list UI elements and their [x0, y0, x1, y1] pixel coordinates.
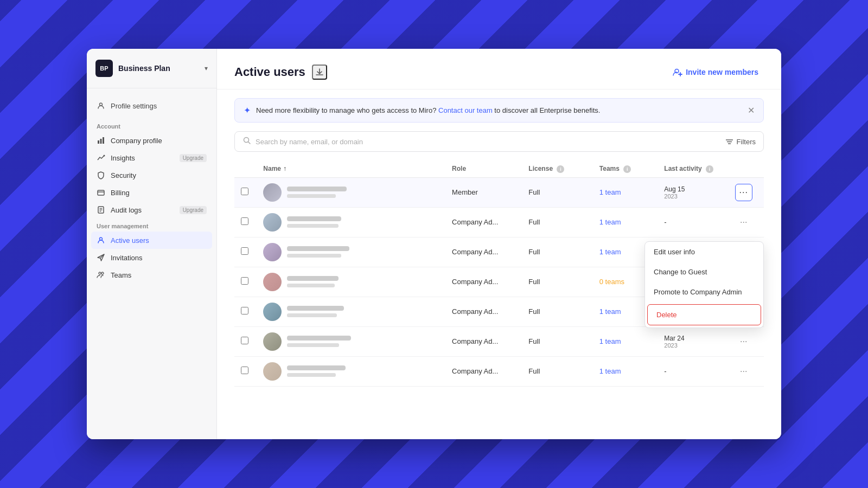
chevron-down-icon: ▾	[205, 65, 208, 72]
avatar	[263, 303, 282, 321]
sidebar-item-label: Audit logs	[111, 206, 142, 214]
sidebar-item-security[interactable]: Security	[91, 166, 212, 184]
name-column-header[interactable]: Name ↑	[257, 160, 445, 177]
insights-icon	[97, 153, 105, 162]
context-menu-edit-user-info[interactable]: Edit user info	[645, 242, 763, 262]
sidebar-item-audit-logs[interactable]: Audit logs Upgrade	[91, 201, 212, 219]
teams-link[interactable]: 1 team	[599, 248, 621, 256]
sidebar: BP Business Plan ▾ Profile settings Acco…	[87, 49, 217, 439]
user-email-blurred	[287, 373, 336, 377]
avatar	[263, 273, 282, 291]
user-name-cell	[257, 207, 445, 237]
sort-icon: ↑	[283, 165, 286, 172]
svg-point-13	[99, 272, 101, 274]
sidebar-item-profile-settings[interactable]: Profile settings	[91, 97, 212, 114]
bar-chart-icon	[97, 136, 105, 145]
row-action-menu-button[interactable]: ···	[735, 214, 752, 231]
teams-link[interactable]: 1 team	[599, 218, 621, 226]
sidebar-header[interactable]: BP Business Plan ▾	[87, 49, 216, 88]
sidebar-item-label: Active users	[111, 236, 149, 245]
user-name-cell	[257, 297, 445, 326]
user-name-blurred	[287, 306, 344, 311]
send-icon	[97, 253, 105, 262]
table-row: Company Ad...Full1 teamMar 242023···	[234, 326, 764, 356]
teams-link[interactable]: 1 team	[599, 367, 621, 375]
sidebar-item-label: Insights	[111, 154, 135, 162]
row-checkbox[interactable]	[241, 367, 248, 374]
user-email-blurred	[287, 343, 339, 347]
user-name-blurred	[287, 336, 351, 341]
teams-cell[interactable]: 1 team	[593, 177, 658, 207]
sidebar-item-invitations[interactable]: Invitations	[91, 249, 212, 266]
filters-button[interactable]: Filters	[725, 138, 756, 146]
license-cell: Full	[522, 326, 592, 356]
sidebar-item-label: Billing	[111, 189, 130, 197]
group-icon	[97, 271, 105, 279]
invite-new-members-button[interactable]: Invite new members	[667, 64, 764, 80]
user-email-blurred	[287, 313, 337, 317]
user-email-blurred	[287, 224, 339, 228]
account-section-label: Account	[91, 119, 212, 132]
context-menu: Edit user info Change to Guest Promote t…	[644, 241, 764, 328]
user-name-cell	[257, 177, 445, 207]
main-header: Active users Invite new members	[217, 49, 781, 89]
avatar	[263, 362, 282, 381]
search-input[interactable]	[256, 138, 721, 146]
row-checkbox[interactable]	[241, 337, 248, 344]
license-cell: Full	[522, 237, 592, 267]
teams-column-header: Teams i	[593, 160, 658, 177]
svg-point-14	[101, 272, 104, 274]
user-name-cell	[257, 237, 445, 267]
last-activity-cell: Mar 242023	[658, 326, 728, 356]
teams-link[interactable]: 1 team	[599, 188, 621, 196]
teams-cell[interactable]: 1 team	[593, 326, 658, 356]
download-button[interactable]	[312, 65, 327, 80]
row-checkbox[interactable]	[241, 307, 248, 314]
teams-cell[interactable]: 1 team	[593, 356, 658, 386]
context-menu-change-to-guest[interactable]: Change to Guest	[645, 262, 763, 282]
context-menu-delete[interactable]: Delete	[647, 304, 761, 325]
sidebar-item-insights[interactable]: Insights Upgrade	[91, 149, 212, 166]
row-checkbox[interactable]	[241, 277, 248, 285]
teams-link[interactable]: 0 teams	[599, 278, 624, 286]
search-bar: Filters	[234, 131, 764, 152]
last-activity-column-header: Last activity i	[658, 160, 728, 177]
last-activity-cell: -	[658, 207, 728, 237]
sidebar-item-company-profile[interactable]: Company profile	[91, 132, 212, 149]
row-action-menu-button[interactable]: ···	[735, 333, 752, 350]
table-row: Company Ad...Full1 team-···	[234, 207, 764, 237]
table-row: MemberFull1 teamAug 152023···	[234, 177, 764, 207]
sidebar-item-billing[interactable]: Billing	[91, 184, 212, 201]
user-name-blurred	[287, 365, 346, 370]
user-name-blurred	[287, 276, 339, 281]
svg-rect-3	[103, 137, 104, 144]
action-cell: ···	[729, 326, 764, 356]
context-menu-promote-to-admin[interactable]: Promote to Company Admin	[645, 282, 763, 302]
svg-line-19	[248, 142, 251, 144]
row-action-menu-button[interactable]: ···	[735, 363, 752, 380]
banner-close-button[interactable]: ✕	[748, 105, 755, 115]
teams-info-icon: i	[623, 165, 631, 173]
action-cell: ···	[729, 356, 764, 386]
license-cell: Full	[522, 267, 592, 297]
action-cell: ···	[729, 177, 764, 207]
sidebar-item-active-users[interactable]: Active users	[91, 232, 212, 249]
billing-icon	[97, 188, 105, 197]
row-checkbox[interactable]	[241, 188, 248, 195]
row-checkbox[interactable]	[241, 217, 248, 225]
teams-link[interactable]: 1 team	[599, 337, 621, 345]
contact-team-link[interactable]: Contact our team	[438, 106, 493, 114]
row-checkbox[interactable]	[241, 247, 248, 255]
role-cell: Company Ad...	[445, 207, 522, 237]
sidebar-nav: Profile settings Account Company profile	[87, 88, 216, 439]
role-cell: Company Ad...	[445, 356, 522, 386]
sidebar-item-teams[interactable]: Teams	[91, 266, 212, 284]
user-mgmt-section-label: User management	[91, 219, 212, 232]
user-name-cell	[257, 356, 445, 386]
row-action-menu-button[interactable]: ···	[735, 184, 752, 201]
sidebar-profile-label: Profile settings	[111, 102, 157, 110]
user-name-cell	[257, 267, 445, 297]
teams-link[interactable]: 1 team	[599, 307, 621, 316]
license-cell: Full	[522, 177, 592, 207]
teams-cell[interactable]: 1 team	[593, 207, 658, 237]
